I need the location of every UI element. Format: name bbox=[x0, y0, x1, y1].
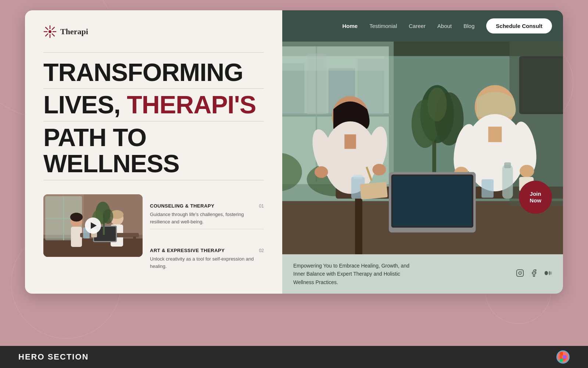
service-item-1: COUNSELING & THERAPY 01 Guidance through… bbox=[150, 200, 264, 232]
divider-1 bbox=[43, 52, 264, 53]
svg-rect-45 bbox=[282, 56, 384, 70]
services-list: COUNSELING & THERAPY 01 Guidance through… bbox=[150, 194, 264, 279]
service-1-number: 01 bbox=[259, 204, 264, 209]
svg-rect-88 bbox=[517, 270, 523, 276]
nav-blog[interactable]: Blog bbox=[463, 23, 474, 29]
service-divider-1 bbox=[150, 229, 264, 229]
service-2-header: ART & EXPRESSIVE THERAPY 02 bbox=[150, 248, 264, 253]
svg-rect-84 bbox=[502, 165, 513, 199]
join-now-text: JoinNow bbox=[530, 191, 541, 204]
brand-name: Therapi bbox=[60, 27, 88, 36]
divider-4 bbox=[43, 180, 264, 180]
svg-point-90 bbox=[521, 271, 522, 272]
figma-icon bbox=[556, 350, 570, 364]
svg-point-68 bbox=[372, 164, 386, 176]
svg-rect-23 bbox=[83, 237, 86, 255]
social-icons bbox=[516, 269, 552, 279]
play-triangle-icon bbox=[91, 222, 97, 229]
service-1-header: COUNSELING & THERAPY 01 bbox=[150, 203, 264, 209]
main-card: Therapi TRANSFORMING LIVES, THERAPI'S PA… bbox=[25, 10, 563, 294]
svg-rect-69 bbox=[344, 134, 356, 149]
services-section: COUNSELING & THERAPY 01 Guidance through… bbox=[43, 194, 264, 279]
nav-testimonial[interactable]: Testimonial bbox=[369, 23, 397, 29]
svg-point-67 bbox=[315, 166, 328, 178]
service-2-number: 02 bbox=[259, 248, 264, 253]
schedule-consult-button[interactable]: Schedule Consult bbox=[486, 18, 552, 33]
divider-2 bbox=[43, 88, 264, 89]
service-1-desc: Guidance through life's challenges, fost… bbox=[150, 211, 264, 225]
svg-line-6 bbox=[52, 34, 54, 36]
service-2-desc: Unlock creativity as a tool for self-exp… bbox=[150, 255, 264, 270]
bottom-info: Empowering You to Embrace Healing, Growt… bbox=[282, 254, 563, 294]
right-panel: Home Testimonial Career About Blog Sched… bbox=[282, 10, 563, 294]
svg-point-0 bbox=[49, 30, 51, 33]
svg-rect-87 bbox=[360, 182, 388, 199]
svg-rect-18 bbox=[71, 227, 82, 247]
hero-image bbox=[282, 42, 563, 254]
headline-accent: THERAPI'S bbox=[127, 91, 256, 118]
svg-rect-24 bbox=[133, 237, 136, 255]
svg-rect-50 bbox=[355, 196, 362, 254]
svg-line-5 bbox=[46, 27, 48, 29]
bottom-bar: HERO SECTION bbox=[0, 346, 588, 368]
instagram-icon[interactable] bbox=[516, 269, 524, 279]
facebook-icon[interactable] bbox=[530, 269, 538, 279]
bottom-bar-title: HERO SECTION bbox=[18, 352, 89, 362]
hero-headline: TRANSFORMING LIVES, THERAPI'S PATH TO WE… bbox=[43, 59, 264, 183]
svg-point-89 bbox=[519, 272, 521, 274]
divider-3 bbox=[43, 121, 264, 121]
navbar: Home Testimonial Career About Blog Sched… bbox=[282, 10, 563, 42]
headline-line-1: TRANSFORMING bbox=[43, 59, 264, 85]
svg-rect-41 bbox=[282, 63, 304, 114]
bottom-description: Empowering You to Embrace Healing, Growt… bbox=[293, 262, 418, 286]
logo-area: Therapi bbox=[43, 25, 264, 38]
headline-plain: LIVES, bbox=[43, 91, 127, 118]
svg-rect-83 bbox=[481, 179, 494, 198]
logo-icon bbox=[43, 25, 57, 38]
svg-line-8 bbox=[46, 34, 48, 36]
headline-line-3: PATH TO WELLNESS bbox=[43, 124, 264, 177]
nav-career[interactable]: Career bbox=[409, 23, 426, 29]
svg-point-17 bbox=[70, 213, 83, 222]
svg-point-92 bbox=[549, 271, 551, 275]
svg-rect-80 bbox=[393, 176, 472, 226]
svg-point-61 bbox=[427, 88, 447, 121]
svg-rect-82 bbox=[353, 175, 363, 179]
svg-rect-75 bbox=[488, 127, 502, 142]
medium-icon[interactable] bbox=[544, 269, 552, 279]
service-item-2: ART & EXPRESSIVE THERAPY 02 Unlock creat… bbox=[150, 245, 264, 273]
svg-point-77 bbox=[520, 165, 534, 177]
service-2-title: ART & EXPRESSIVE THERAPY bbox=[150, 248, 225, 253]
service-thumbnail[interactable] bbox=[43, 194, 143, 257]
nav-links: Home Testimonial Career About Blog bbox=[343, 23, 475, 29]
service-1-title: COUNSELING & THERAPY bbox=[150, 203, 214, 209]
svg-line-7 bbox=[52, 27, 54, 29]
play-button[interactable] bbox=[85, 217, 101, 234]
join-now-button[interactable]: JoinNow bbox=[519, 181, 552, 214]
nav-home[interactable]: Home bbox=[343, 23, 358, 29]
left-panel: Therapi TRANSFORMING LIVES, THERAPI'S PA… bbox=[25, 10, 282, 294]
headline-line-2: LIVES, THERAPI'S bbox=[43, 92, 264, 118]
svg-point-91 bbox=[545, 271, 548, 275]
svg-rect-85 bbox=[504, 162, 511, 168]
svg-point-32 bbox=[103, 209, 113, 224]
hero-image-container: JoinNow bbox=[282, 42, 563, 254]
svg-point-93 bbox=[551, 271, 552, 275]
nav-about[interactable]: About bbox=[437, 23, 452, 29]
